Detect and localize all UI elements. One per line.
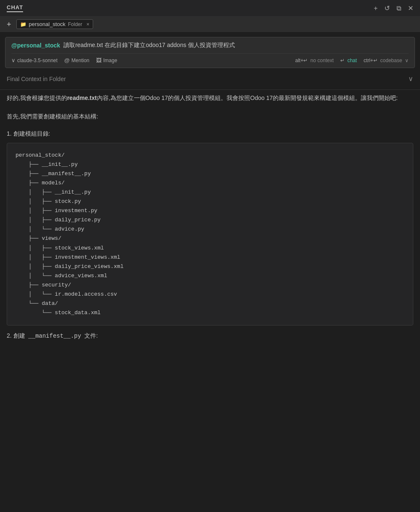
app-title: CHAT	[7, 4, 23, 12]
tab-name: personal_stock	[29, 21, 65, 27]
file-tree-block: personal_stock/ ├── __init__.py ├── __ma…	[7, 143, 413, 326]
new-tab-button[interactable]: +	[5, 20, 13, 29]
close-icon[interactable]: ✕	[408, 4, 413, 12]
tree-line-17: └── stock_data.xml	[16, 308, 404, 318]
tab-close-button[interactable]: ×	[86, 21, 89, 27]
step1-header: 首先,我們需要創建模組的基本結構:	[7, 112, 413, 122]
tree-line-10: │ ├── stock_views.xml	[16, 244, 404, 253]
context-label: Final Context in Folder	[7, 76, 66, 82]
mention-button[interactable]: @ Mention	[64, 57, 89, 63]
codebase-shortcut[interactable]: ctrl+↵ codebase ∨	[364, 58, 409, 63]
tree-line-13: │ └── advice_views.xml	[16, 271, 404, 281]
context-toggle[interactable]: ∨	[408, 75, 413, 83]
image-label: Image	[103, 58, 117, 63]
response-intro: 好的,我會根據您提供的readme.txt內容,為您建立一個Odoo 17的個人…	[7, 93, 413, 103]
tree-line-15: │ └── ir.model.access.csv	[16, 290, 404, 299]
tree-line-9: ├── views/	[16, 234, 404, 243]
model-selector[interactable]: ∨ claude-3.5-sonnet	[11, 57, 57, 63]
model-label: claude-3.5-sonnet	[17, 58, 57, 63]
chat-label[interactable]: chat	[347, 58, 357, 63]
toolbar-row: ∨ claude-3.5-sonnet @ Mention 🖼 Image al…	[11, 53, 409, 63]
tree-line-5: │ ├── stock.py	[16, 197, 404, 206]
toolbar-right: alt+↵ no context ↵ chat ctrl+↵ codebase …	[295, 58, 409, 63]
context-section: Final Context in Folder ∨	[0, 68, 420, 89]
step1-label: 1. 創建模組目錄:	[7, 130, 413, 138]
tree-line-6: │ ├── investment.py	[16, 206, 404, 215]
split-icon[interactable]: ⧉	[397, 5, 401, 12]
tree-line-1: ├── __init__.py	[16, 160, 404, 169]
tree-line-3: ├── models/	[16, 179, 404, 188]
tree-line-0: personal_stock/	[16, 151, 404, 160]
tree-line-11: │ ├── investment_views.xml	[16, 253, 404, 262]
toolbar-left: ∨ claude-3.5-sonnet @ Mention 🖼 Image	[11, 57, 117, 63]
input-text[interactable]: 讀取readme.txt 在此目錄下建立odoo17 addons 個人投資管理…	[63, 42, 409, 49]
input-line: @personal_stock 讀取readme.txt 在此目錄下建立odoo…	[11, 42, 409, 49]
main-content: 好的,我會根據您提供的readme.txt內容,為您建立一個Odoo 17的個人…	[0, 90, 420, 350]
chat-kbd: ↵	[340, 58, 344, 63]
chat-input-area: @personal_stock 讀取readme.txt 在此目錄下建立odoo…	[5, 37, 415, 68]
add-chat-icon[interactable]: +	[374, 5, 378, 12]
tree-line-2: ├── __manifest__.py	[16, 169, 404, 179]
at-icon: @	[64, 57, 70, 63]
tab-bar: + 📁 personal_stock Folder ×	[0, 17, 420, 32]
chevron-icon: ∨	[11, 57, 16, 63]
tree-line-16: └── data/	[16, 299, 404, 308]
header-actions: + ↺ ⧉ ✕	[374, 4, 413, 12]
tab-folder-label: Folder	[68, 21, 82, 27]
folder-icon: 📁	[20, 21, 26, 27]
chat-shortcut[interactable]: ↵ chat	[340, 58, 357, 63]
codebase-chevron-icon: ∨	[405, 58, 409, 63]
mention-tag[interactable]: @personal_stock	[11, 42, 60, 49]
codebase-label: codebase	[380, 58, 402, 63]
no-context-kbd: alt+↵	[295, 58, 308, 63]
tree-line-8: │ └── advice.py	[16, 225, 404, 234]
tree-line-7: │ ├── daily_price.py	[16, 215, 404, 225]
header: CHAT + ↺ ⧉ ✕	[0, 0, 420, 17]
tab-personal-stock[interactable]: 📁 personal_stock Folder ×	[16, 19, 93, 29]
no-context-shortcut: alt+↵ no context	[295, 58, 334, 63]
tree-line-4: │ ├── __init__.py	[16, 188, 404, 197]
step2-label: 2. 創建 __manifest__.py 文件:	[7, 332, 413, 340]
tree-line-12: │ ├── daily_price_views.xml	[16, 262, 404, 271]
history-icon[interactable]: ↺	[384, 4, 390, 12]
tree-line-14: ├── security/	[16, 281, 404, 290]
codebase-kbd: ctrl+↵	[364, 58, 378, 63]
image-icon: 🖼	[96, 57, 102, 63]
image-button[interactable]: 🖼 Image	[96, 57, 117, 63]
no-context-label: no context	[310, 58, 334, 63]
mention-label: Mention	[71, 58, 89, 63]
